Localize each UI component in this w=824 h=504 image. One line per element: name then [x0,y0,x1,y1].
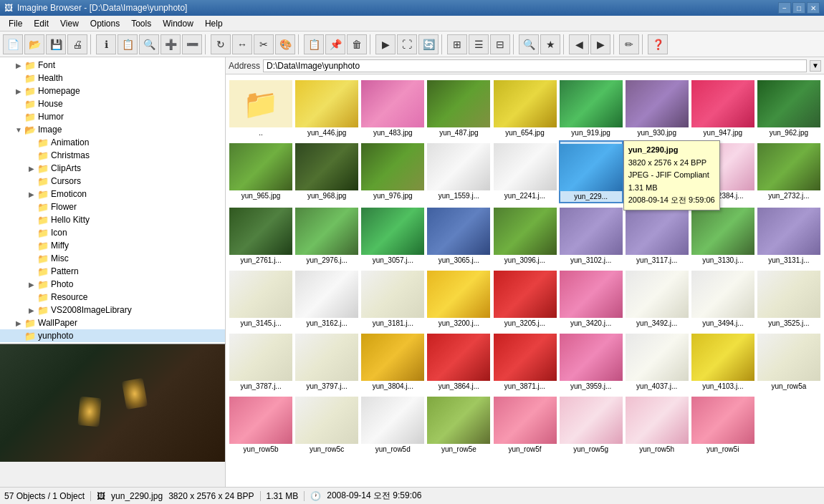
thumb-cell-33[interactable]: yun_3492.j... [625,268,689,329]
thumb-cell-52[interactable]: yun_row5i [691,394,755,455]
thumb-cell-15[interactable]: yun_2375.j... [625,140,689,203]
sidebar-item-cliparts[interactable]: ▶📁ClipArts [0,162,225,175]
tb-delete[interactable]: 🗑 [347,34,367,54]
sidebar-item-homepage[interactable]: ▶📁Homepage [0,84,225,97]
expand-icon-vs2008[interactable]: ▶ [26,304,37,316]
thumb-cell-35[interactable]: yun_3525.j... [757,268,821,329]
thumb-cell-16[interactable]: yun_2384.j... [691,140,755,203]
tb-paste[interactable]: 📌 [325,34,345,54]
sidebar-item-hellokitty[interactable]: 📁Hello Kitty [0,213,225,226]
thumb-cell-41[interactable]: yun_3959.j... [559,331,623,392]
thumb-cell-20[interactable]: yun_3057.j... [360,205,425,266]
tb-zoomout[interactable]: ➖ [182,34,202,54]
tb-crop[interactable]: ✂ [254,34,274,54]
thumb-cell-37[interactable]: yun_3797.j... [294,331,359,392]
menu-window[interactable]: Window [157,17,199,30]
expand-icon-photo[interactable]: ▶ [26,278,37,290]
thumb-cell-31[interactable]: yun_3205.j... [492,268,557,329]
expand-icon-cliparts[interactable]: ▶ [26,163,37,174]
thumb-cell-40[interactable]: yun_3871.j... [492,331,557,392]
thumb-cell-25[interactable]: yun_3130.j... [691,205,755,266]
thumb-cell-29[interactable]: yun_3181.j... [360,268,425,329]
tb-flip[interactable]: ↔ [232,34,252,54]
expand-icon-homepage[interactable]: ▶ [13,85,24,97]
thumb-cell-21[interactable]: yun_3065.j... [426,205,491,266]
tb-star[interactable]: ★ [540,34,560,54]
thumb-cell-17[interactable]: yun_2732.j... [757,140,821,203]
tb-prev[interactable]: ◀ [569,34,589,54]
content-scroller[interactable]: 📁..yun_446.jpgyun_483.jpgyun_487.jpgyun_… [226,74,824,487]
sidebar-tree[interactable]: ▶📁Font📁Health▶📁Homepage📁House📁Humor▼📂Ima… [0,57,225,344]
expand-icon-emoticon[interactable]: ▶ [26,188,37,200]
menu-tools[interactable]: Tools [125,17,157,30]
sidebar-item-humor[interactable]: 📁Humor [0,110,225,123]
tb-rotate[interactable]: ↻ [211,34,231,54]
thumb-cell-42[interactable]: yun_4037.j... [625,331,689,392]
sidebar-item-house[interactable]: 📁House [0,97,225,110]
tb-copy[interactable]: 📋 [304,34,324,54]
expand-icon-wallpaper[interactable]: ▶ [13,317,24,329]
thumb-cell-26[interactable]: yun_3131.j... [757,205,821,266]
tb-zoom[interactable]: 🔍 [139,34,159,54]
sidebar-item-image[interactable]: ▼📂Image [0,123,225,136]
tb-adjust[interactable]: 🎨 [275,34,295,54]
minimize-button[interactable]: − [778,2,791,14]
thumb-cell-12[interactable]: yun_1559.j... [426,140,491,203]
thumb-cell-34[interactable]: yun_3494.j... [691,268,755,329]
thumb-cell-28[interactable]: yun_3162.j... [294,268,359,329]
thumb-cell-1[interactable]: yun_446.jpg [294,77,359,139]
menu-view[interactable]: View [54,17,85,30]
thumb-cell-11[interactable]: yun_976.jpg [360,140,425,203]
tb-next[interactable]: ▶ [590,34,610,54]
thumb-cell-30[interactable]: yun_3200.j... [426,268,491,329]
thumb-cell-14[interactable]: yun_229... [559,140,623,203]
thumb-cell-49[interactable]: yun_row5f [492,394,557,455]
menu-options[interactable]: Options [85,17,125,30]
tb-properties[interactable]: 📋 [118,34,138,54]
thumb-cell-43[interactable]: yun_4103.j... [691,331,755,392]
sidebar-item-emoticon[interactable]: ▶📁Emoticon [0,188,225,200]
sidebar-item-wallpaper[interactable]: ▶📁WallPaper [0,316,225,329]
thumb-cell-27[interactable]: yun_3145.j... [229,268,293,329]
thumb-cell-23[interactable]: yun_3102.j... [559,205,623,266]
sidebar-item-photo[interactable]: ▶📁Photo [0,278,225,291]
thumb-cell-2[interactable]: yun_483.jpg [360,77,425,139]
thumb-cell-38[interactable]: yun_3804.j... [360,331,425,392]
address-dropdown[interactable]: ▼ [810,60,821,72]
close-button[interactable]: ✕ [807,2,820,14]
tb-new[interactable]: 📄 [3,34,23,54]
thumb-cell-0[interactable]: 📁.. [229,77,293,139]
tb-list[interactable]: ☰ [469,34,489,54]
thumb-cell-5[interactable]: yun_919.jpg [559,77,623,139]
thumb-cell-36[interactable]: yun_3787.j... [229,331,293,392]
tb-open[interactable]: 📂 [24,34,44,54]
sidebar-item-vs2008[interactable]: ▶📁VS2008ImageLibrary [0,304,225,316]
thumb-cell-24[interactable]: yun_3117.j... [625,205,689,266]
menu-file[interactable]: File [3,17,28,30]
thumb-cell-22[interactable]: yun_3096.j... [492,205,557,266]
tb-save[interactable]: 💾 [46,34,66,54]
thumb-cell-45[interactable]: yun_row5b [229,394,293,455]
tb-fullscreen[interactable]: ⛶ [397,34,417,54]
sidebar-item-icon[interactable]: 📁Icon [0,226,225,239]
thumb-cell-8[interactable]: yun_962.jpg [757,77,821,139]
expand-icon-image[interactable]: ▼ [13,124,24,135]
menu-help[interactable]: Help [199,17,229,30]
thumb-cell-6[interactable]: yun_930.jpg [625,77,689,139]
sidebar-item-resource[interactable]: 📁Resource [0,291,225,304]
menu-edit[interactable]: Edit [28,17,54,30]
thumb-cell-50[interactable]: yun_row5g [559,394,623,455]
sidebar-item-misc[interactable]: 📁Misc [0,252,225,265]
thumb-cell-10[interactable]: yun_968.jpg [294,140,359,203]
sidebar-item-yunphoto[interactable]: 📁yunphoto [0,329,225,342]
thumb-cell-47[interactable]: yun_row5d [360,394,425,455]
thumb-cell-19[interactable]: yun_2976.j... [294,205,359,266]
sidebar-item-cursors[interactable]: 📁Cursors [0,175,225,188]
tb-edit-img[interactable]: ✏ [619,34,639,54]
thumb-cell-13[interactable]: yun_2241.j... [492,140,557,203]
thumb-cell-18[interactable]: yun_2761.j... [229,205,293,266]
sidebar-item-christmas[interactable]: 📁Christmas [0,149,225,162]
address-input[interactable]: D:\Data\Image\yunphoto [263,59,807,72]
tb-help[interactable]: ❓ [648,34,668,54]
thumb-cell-46[interactable]: yun_row5c [294,394,359,455]
